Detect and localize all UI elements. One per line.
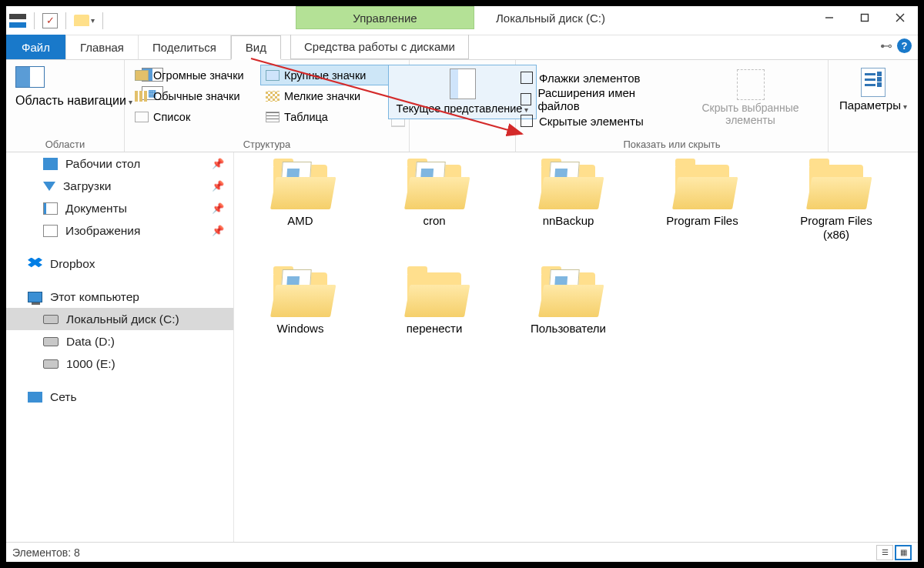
layout-medium-icons[interactable]: Обычные значки: [129, 85, 260, 106]
navigation-pane-icon: [15, 66, 45, 88]
folder-item[interactable]: Program Files (x86): [793, 160, 879, 242]
content-area: Рабочии стол📌 Загрузки📌 Документы📌 Изобр…: [6, 152, 918, 542]
network-icon: [28, 392, 42, 403]
item-check-boxes-checkbox[interactable]: Флажки элементов: [521, 68, 664, 88]
title-bar: ✓ ▾ Управление Локальный диск (C:): [6, 6, 918, 35]
minimize-ribbon-icon[interactable]: ⊷: [880, 38, 892, 53]
drive-icon: [43, 337, 59, 346]
folder-item[interactable]: nnBackup: [525, 160, 611, 242]
quick-access-toolbar: ✓ ▾: [6, 12, 106, 29]
ribbon-view: Область навигации ▦ Области Огромные зна…: [6, 60, 918, 152]
nav-downloads[interactable]: Загрузки📌: [6, 175, 233, 197]
drive-icon: [43, 359, 59, 369]
pc-icon: [28, 292, 42, 302]
navigation-pane-label: Область навигации: [15, 94, 132, 108]
current-view-label: Текущее представление: [397, 102, 529, 115]
folder-item[interactable]: перенести: [391, 268, 477, 336]
folder-item[interactable]: AMD: [257, 160, 343, 242]
navigation-pane-button[interactable]: Область навигации: [11, 63, 137, 137]
pictures-icon: [43, 225, 58, 237]
layout-gallery[interactable]: Огромные значки Крупные значки ▲▼▾ Обычн…: [129, 65, 405, 127]
item-count-label: Элементов: 8: [12, 546, 80, 559]
separator: [102, 12, 103, 29]
pin-icon: 📌: [212, 225, 224, 236]
hide-selected-icon: [737, 69, 765, 100]
context-tab-header: Управление: [296, 6, 474, 29]
layout-list[interactable]: Список: [129, 106, 260, 127]
nav-drive-d[interactable]: Data (D:): [6, 330, 233, 352]
tab-share[interactable]: Поделиться: [139, 35, 231, 59]
close-button[interactable]: [882, 6, 918, 29]
navigation-tree[interactable]: Рабочии стол📌 Загрузки📌 Документы📌 Изобр…: [6, 152, 234, 542]
folder-item[interactable]: Пользователи: [525, 268, 611, 336]
hide-selected-button[interactable]: Скрыть выбранные элементы: [678, 66, 823, 137]
ribbon-group-layout-label: Структура: [129, 137, 404, 152]
tab-view[interactable]: Вид: [231, 35, 281, 60]
layout-small-icons[interactable]: Мелкие значки: [260, 85, 391, 106]
folder-icon: [404, 160, 464, 209]
nav-this-pc[interactable]: Этот компьютер: [6, 286, 233, 308]
folder-icon: [806, 160, 866, 209]
ribbon-group-showhide-label: Показать или скрыть: [521, 137, 823, 152]
ribbon-tabs: Файл Главная Поделиться Вид Средства раб…: [6, 35, 918, 60]
qa-menu-dropdown[interactable]: ▾: [91, 16, 95, 25]
window-controls: [812, 6, 918, 29]
nav-desktop[interactable]: Рабочии стол📌: [6, 152, 233, 175]
pin-icon: 📌: [212, 158, 224, 169]
checkbox-icon: [521, 93, 531, 105]
nav-drive-e[interactable]: 1000 (E:): [6, 352, 233, 375]
desktop-icon: [43, 158, 58, 170]
nav-network[interactable]: Сеть: [6, 386, 233, 408]
folder-icon: [270, 268, 330, 317]
ribbon-group-panes-label: Области: [11, 137, 119, 152]
dropbox-icon: [28, 258, 42, 270]
folder-icon: [270, 160, 330, 209]
svg-rect-1: [862, 15, 869, 22]
options-label: Параметры: [839, 99, 907, 112]
folder-item[interactable]: Program Files: [659, 160, 745, 242]
downloads-icon: [43, 182, 55, 191]
tab-file[interactable]: Файл: [6, 35, 66, 59]
folder-icon: [538, 268, 598, 317]
tab-drive-tools[interactable]: Средства работы с дисками: [290, 35, 469, 59]
folder-item[interactable]: cron: [391, 160, 477, 242]
folder-item[interactable]: Windows: [257, 268, 343, 336]
file-name-extensions-checkbox[interactable]: Расширения имен файлов: [521, 89, 664, 109]
nav-dropbox[interactable]: Dropbox: [6, 252, 233, 275]
minimize-button[interactable]: [812, 6, 847, 29]
app-icon: [9, 14, 26, 28]
help-button[interactable]: ?: [897, 38, 912, 53]
window-title: Локальный диск (C:): [496, 12, 605, 25]
documents-icon: [43, 202, 58, 215]
qa-folder-icon[interactable]: [74, 15, 89, 26]
view-large-icons-button[interactable]: ▦: [895, 545, 912, 560]
drive-icon: [43, 315, 59, 324]
file-list[interactable]: AMD cron nnBackup Program Files Program …: [234, 152, 918, 542]
current-view-icon: [450, 68, 476, 99]
separator: [34, 12, 35, 29]
current-view-button[interactable]: Текущее представление: [388, 65, 537, 119]
folder-icon: [404, 268, 464, 317]
layout-details[interactable]: Таблица: [260, 106, 391, 127]
tab-home[interactable]: Главная: [66, 35, 139, 59]
maximize-button[interactable]: [847, 6, 882, 29]
view-details-button[interactable]: ☰: [876, 545, 893, 560]
folder-icon: [538, 160, 598, 209]
pin-icon: 📌: [212, 180, 224, 192]
qa-properties-icon[interactable]: ✓: [42, 13, 58, 28]
explorer-window: ✓ ▾ Управление Локальный диск (C:) Файл …: [6, 6, 918, 562]
checkbox-icon: [521, 115, 533, 127]
layout-large-icons[interactable]: Крупные значки: [260, 65, 391, 85]
separator: [65, 12, 66, 29]
hide-selected-label: Скрыть выбранные элементы: [684, 102, 817, 126]
nav-drive-c[interactable]: Локальный диск (C:): [6, 308, 233, 330]
pin-icon: 📌: [212, 202, 224, 214]
status-bar: Элементов: 8 ☰ ▦: [6, 542, 918, 562]
options-icon: [861, 68, 886, 97]
nav-pictures[interactable]: Изображения📌: [6, 219, 233, 242]
checkbox-icon: [521, 72, 533, 84]
hidden-items-checkbox[interactable]: Скрытые элементы: [521, 111, 664, 131]
nav-documents[interactable]: Документы📌: [6, 197, 233, 219]
layout-extra-large-icons[interactable]: Огромные значки: [129, 65, 260, 85]
options-button[interactable]: Параметры: [833, 65, 913, 115]
